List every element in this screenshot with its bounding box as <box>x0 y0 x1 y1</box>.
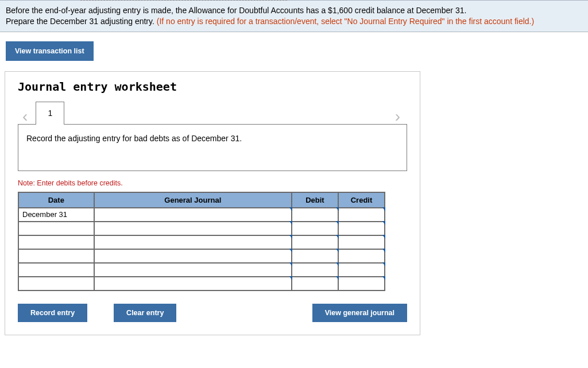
cell-credit[interactable] <box>338 249 385 263</box>
debits-before-credits-note: Note: Enter debits before credits. <box>18 179 407 187</box>
cell-date[interactable] <box>18 263 94 277</box>
view-transaction-list-button[interactable]: View transaction list <box>6 41 94 61</box>
instruction-box: Before the end-of-year adjusting entry i… <box>0 0 588 32</box>
tab-1[interactable]: 1 <box>36 102 64 125</box>
entry-prompt: Record the adjusting entry for bad debts… <box>18 124 407 171</box>
header-credit: Credit <box>338 192 385 208</box>
cell-debit[interactable] <box>292 277 338 290</box>
dropdown-icon <box>382 235 385 239</box>
header-general-journal: General Journal <box>94 192 292 208</box>
cell-general-journal[interactable] <box>94 208 292 222</box>
clear-entry-button[interactable]: Clear entry <box>114 304 176 322</box>
cell-general-journal[interactable] <box>94 222 292 235</box>
action-button-row: Record entry Clear entry View general jo… <box>18 304 407 322</box>
cell-debit[interactable] <box>292 222 338 235</box>
next-arrow-icon[interactable]: › <box>390 109 405 125</box>
dropdown-icon <box>382 221 385 225</box>
top-dashed-separator <box>80 0 287 1</box>
dropdown-icon <box>382 276 385 280</box>
table-row <box>18 277 385 290</box>
cell-credit[interactable] <box>338 235 385 249</box>
tab-row: ‹ 1 › <box>18 99 407 125</box>
cell-general-journal[interactable] <box>94 235 292 249</box>
cell-debit[interactable] <box>292 235 338 249</box>
entry-prompt-text: Record the adjusting entry for bad debts… <box>26 134 242 143</box>
cell-debit[interactable] <box>292 208 338 222</box>
cell-credit[interactable] <box>338 222 385 235</box>
view-general-journal-button[interactable]: View general journal <box>312 304 407 322</box>
instruction-line2a: Prepare the December 31 adjusting entry. <box>6 17 157 26</box>
cell-credit[interactable] <box>338 263 385 277</box>
prev-arrow-icon[interactable]: ‹ <box>18 109 32 125</box>
journal-entry-worksheet: Journal entry worksheet ‹ 1 › Record the… <box>5 71 420 335</box>
cell-general-journal[interactable] <box>94 249 292 263</box>
instruction-line1: Before the end-of-year adjusting entry i… <box>6 6 466 15</box>
dropdown-icon <box>382 249 385 253</box>
cell-general-journal[interactable] <box>94 263 292 277</box>
cell-debit[interactable] <box>292 249 338 263</box>
cell-date[interactable] <box>18 235 94 249</box>
table-row <box>18 222 385 235</box>
journal-entry-tbody: December 31 <box>18 208 385 290</box>
table-row: December 31 <box>18 208 385 222</box>
cell-credit[interactable] <box>338 208 385 222</box>
cell-credit[interactable] <box>338 277 385 290</box>
cell-debit[interactable] <box>292 263 338 277</box>
cell-general-journal[interactable] <box>94 277 292 290</box>
cell-date[interactable] <box>18 222 94 235</box>
dropdown-icon <box>382 207 385 211</box>
header-date: Date <box>18 192 94 208</box>
dropdown-icon <box>382 262 385 266</box>
tab-label: 1 <box>48 109 52 118</box>
cell-date[interactable] <box>18 277 94 290</box>
worksheet-title: Journal entry worksheet <box>18 80 407 94</box>
table-row <box>18 235 385 249</box>
record-entry-button[interactable]: Record entry <box>18 304 87 322</box>
instruction-line2b: (If no entry is required for a transacti… <box>157 17 534 26</box>
header-debit: Debit <box>292 192 338 208</box>
cell-date[interactable] <box>18 249 94 263</box>
table-row <box>18 249 385 263</box>
journal-entry-table: Date General Journal Debit Credit Decemb… <box>18 192 385 291</box>
cell-date[interactable]: December 31 <box>18 208 94 222</box>
table-row <box>18 263 385 277</box>
